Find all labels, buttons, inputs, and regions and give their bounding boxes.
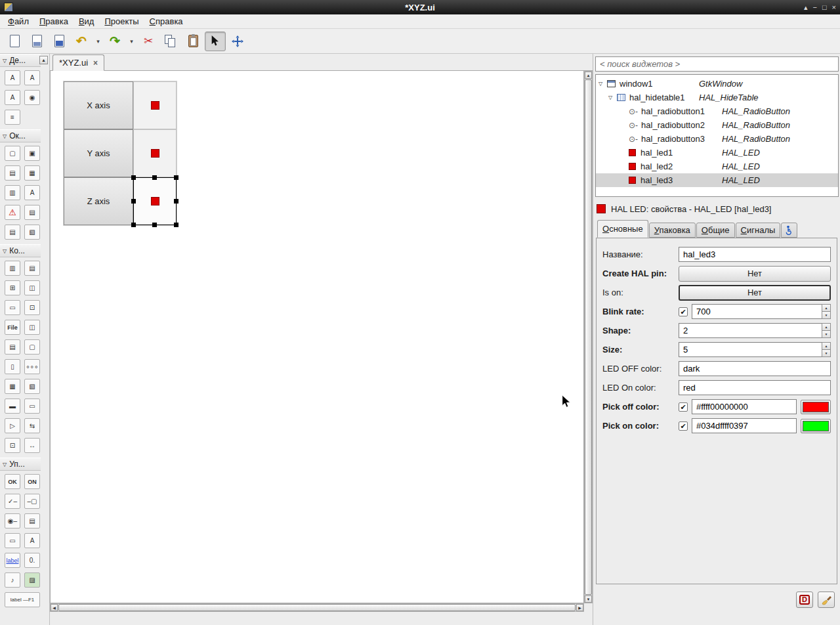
tab-general[interactable]: Основные (597, 220, 648, 238)
pick-on-color-checkbox[interactable]: ✔ (679, 421, 688, 431)
spin-up-icon[interactable]: ▲ (822, 323, 831, 331)
vbox-icon[interactable]: ▤ (24, 261, 40, 276)
combo-entry-icon[interactable]: ▤ (5, 339, 20, 355)
devhelp-button[interactable]: D (796, 592, 813, 608)
toggle-button-icon[interactable]: ON (24, 474, 40, 489)
selection-handle[interactable] (131, 175, 136, 180)
pick-on-color-input[interactable] (692, 418, 797, 433)
shape-input[interactable] (679, 323, 822, 338)
canvas-vertical-scrollbar[interactable]: ▲ ▼ (584, 71, 593, 603)
vertical-scroll-thumb[interactable] (585, 79, 592, 595)
tree-row-hal-radiobutton1[interactable]: ⊙- hal_radiobutton1 HAL_RadioButton (596, 104, 838, 118)
fixed-icon[interactable]: ⊡ (5, 438, 20, 453)
led1-cell[interactable] (133, 81, 177, 129)
open-button[interactable] (26, 32, 47, 51)
palette-section-actions[interactable]: ▽Де... (0, 54, 41, 67)
pick-off-color-input[interactable] (692, 399, 797, 414)
undo-button[interactable]: ↶ (71, 32, 92, 51)
menu-view[interactable]: Вид (74, 15, 100, 28)
pick-off-color-checkbox[interactable]: ✔ (679, 402, 688, 412)
blank-container-icon[interactable]: ▯ (5, 359, 20, 374)
scroll-down-icon[interactable]: ▼ (585, 595, 592, 603)
hbox-icon[interactable]: ▥ (5, 261, 20, 276)
selection-handle[interactable] (152, 175, 157, 180)
spin-down-icon[interactable]: ▼ (822, 312, 831, 319)
palette-scroll-up-button[interactable]: ▲ (39, 56, 48, 64)
radio-action-icon[interactable]: A (5, 90, 20, 105)
button-icon[interactable]: OK (5, 474, 20, 489)
layout-icon[interactable]: ↔ (24, 438, 40, 453)
font-selection-dialog-icon[interactable]: A (24, 185, 40, 200)
radiobutton-x-axis[interactable]: X axis (64, 81, 133, 129)
scroll-left-icon[interactable]: ◀ (51, 604, 58, 611)
check-button-icon[interactable]: ✓– (5, 494, 20, 509)
about-dialog-icon[interactable]: ▤ (5, 165, 20, 181)
tab-xyz-ui[interactable]: *XYZ.ui × (52, 54, 104, 71)
maximize-button[interactable]: □ (822, 1, 827, 14)
cut-button[interactable]: ✂ (138, 32, 159, 51)
spin-button-icon[interactable]: 0. (24, 553, 40, 568)
scrolled-window-icon[interactable]: ▧ (24, 379, 40, 394)
action-group-icon[interactable]: ≡ (5, 110, 20, 125)
scroll-up-icon[interactable]: ▲ (585, 72, 592, 79)
text-view-icon[interactable]: A (24, 533, 40, 548)
pick-off-color-swatch-button[interactable] (801, 400, 831, 414)
spin-up-icon[interactable]: ▲ (822, 304, 831, 312)
menu-projects[interactable]: Проекты (99, 15, 144, 28)
menu-edit[interactable]: Правка (34, 15, 74, 28)
blink-rate-checkbox[interactable]: ✔ (679, 307, 688, 316)
window-icon[interactable]: ▢ (5, 146, 20, 161)
entry-icon[interactable]: ▭ (5, 533, 20, 548)
led3-cell-selected[interactable] (133, 177, 177, 225)
led2-cell[interactable] (133, 129, 177, 177)
accel-label-icon[interactable]: label —F1 (5, 592, 40, 607)
radiobutton-y-axis[interactable]: Y axis (64, 129, 133, 177)
selection-handle[interactable] (174, 175, 178, 180)
selection-handle[interactable] (174, 199, 178, 204)
color-selection-dialog-icon[interactable]: ▦ (24, 165, 40, 181)
drag-resize-tool-button[interactable] (227, 32, 248, 51)
notebook-icon[interactable]: ◫ (24, 280, 40, 295)
expander-icon[interactable]: ▽ (598, 81, 607, 87)
menu-help[interactable]: Справка (144, 15, 188, 28)
widget-search-input[interactable] (595, 56, 839, 72)
new-button[interactable] (4, 32, 25, 51)
warning-dialog-icon[interactable]: ⚠ (5, 205, 20, 220)
close-button[interactable]: × (832, 1, 836, 14)
copy-button[interactable] (160, 32, 181, 51)
minimize-button[interactable]: − (812, 1, 816, 14)
tree-row-hal-led1[interactable]: hal_led1 HAL_LED (596, 146, 838, 160)
palette-section-containers[interactable]: ▽Ко... (0, 244, 41, 257)
paned-icon[interactable]: ◫ (24, 320, 40, 335)
selection-handle[interactable] (131, 199, 136, 204)
cleanup-button[interactable] (818, 592, 835, 608)
file-chooser-dialog-icon[interactable]: ▥ (5, 185, 20, 200)
size-input[interactable] (679, 342, 822, 357)
viewport-icon[interactable]: ▢ (24, 339, 40, 355)
radio-button-icon[interactable]: ◉– (5, 513, 20, 528)
statusbar-icon[interactable]: ▭ (24, 399, 40, 414)
icon-view-icon[interactable]: ▦ (5, 379, 20, 394)
canvas-horizontal-scrollbar[interactable]: ◀ ▶ (50, 603, 584, 612)
led-on-color-input[interactable] (679, 380, 831, 395)
save-button[interactable] (49, 32, 70, 51)
file-chooser-button-icon[interactable]: File (5, 320, 20, 335)
palette-section-controls[interactable]: ▽Уп... (0, 458, 41, 471)
scroll-right-icon[interactable]: ▶ (576, 604, 583, 611)
tree-row-hal-radiobutton2[interactable]: ⊙- hal_radiobutton2 HAL_RadioButton (596, 118, 838, 132)
create-hal-pin-button[interactable]: Нет (679, 266, 831, 282)
tree-row-hal-led3[interactable]: hal_led3 HAL_LED (596, 173, 838, 187)
aspect-frame-icon[interactable]: ⊡ (24, 300, 40, 315)
tab-signals[interactable]: Сигналы (736, 223, 781, 238)
tab-accessibility[interactable] (781, 223, 797, 238)
tab-common[interactable]: Общие (696, 223, 735, 238)
paste-button[interactable] (182, 32, 203, 51)
titlebar[interactable]: *XYZ.ui ▴ − □ × (0, 0, 840, 14)
spin-down-icon[interactable]: ▼ (822, 331, 831, 338)
size-group-icon[interactable]: ⇆ (24, 418, 40, 433)
recent-chooser-dialog-icon[interactable]: ▤ (5, 225, 20, 240)
dialog-icon[interactable]: ▣ (24, 146, 40, 161)
action-icon[interactable]: A (5, 70, 20, 85)
recent-action-icon[interactable]: ◉ (24, 90, 40, 105)
palette-section-toplevels[interactable]: ▽Ок... (0, 129, 41, 142)
